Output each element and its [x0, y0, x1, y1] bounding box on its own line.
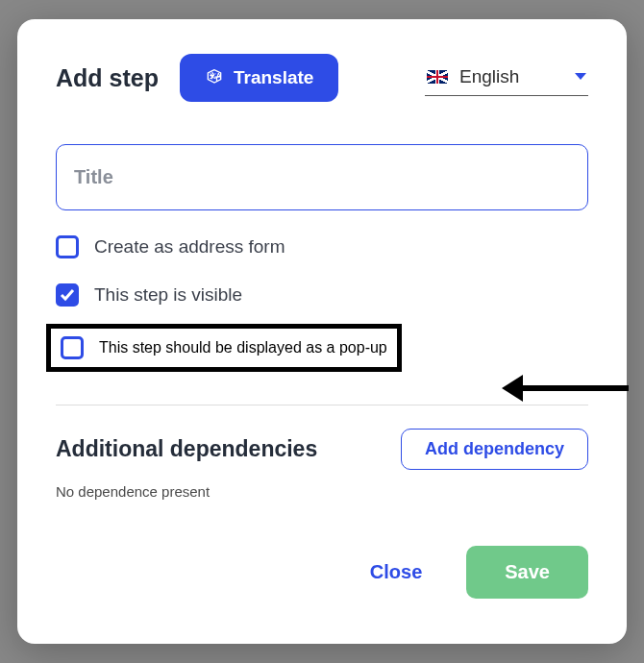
modal-header: Add step 文A Translate English	[56, 54, 588, 102]
translate-label: Translate	[234, 67, 313, 88]
checkbox-row-visible: This step is visible	[56, 283, 588, 307]
dependencies-title: Additional dependencies	[56, 436, 317, 462]
chevron-down-icon	[575, 73, 586, 80]
arrow-line	[523, 385, 629, 391]
svg-text:文A: 文A	[209, 71, 221, 80]
address-form-label: Create as address form	[94, 236, 285, 258]
popup-checkbox[interactable]	[61, 336, 84, 359]
arrow-head-icon	[502, 375, 523, 402]
add-step-modal: Add step 文A Translate English Create as …	[17, 19, 627, 644]
visible-label: This step is visible	[94, 284, 242, 306]
close-button[interactable]: Close	[353, 550, 439, 595]
title-input[interactable]	[56, 144, 588, 210]
visible-checkbox[interactable]	[56, 283, 79, 307]
address-form-checkbox[interactable]	[56, 235, 79, 258]
translate-button[interactable]: 文A Translate	[180, 54, 338, 102]
divider	[56, 405, 588, 405]
checkbox-row-address: Create as address form	[56, 235, 588, 258]
language-label: English	[459, 66, 563, 87]
uk-flag-icon	[427, 70, 448, 84]
add-dependency-button[interactable]: Add dependency	[401, 429, 588, 470]
modal-title: Add step	[56, 64, 159, 92]
save-button[interactable]: Save	[466, 546, 588, 599]
language-select[interactable]: English	[425, 61, 588, 96]
dependencies-header: Additional dependencies Add dependency	[56, 429, 588, 470]
translate-icon: 文A	[205, 68, 224, 87]
dependencies-empty-text: No dependence present	[56, 483, 588, 500]
modal-footer: Close Save	[56, 546, 588, 599]
popup-label: This step should be displayed as a pop-u…	[99, 339, 387, 356]
popup-checkbox-highlight: This step should be displayed as a pop-u…	[46, 324, 402, 372]
annotation-arrow	[502, 375, 629, 402]
